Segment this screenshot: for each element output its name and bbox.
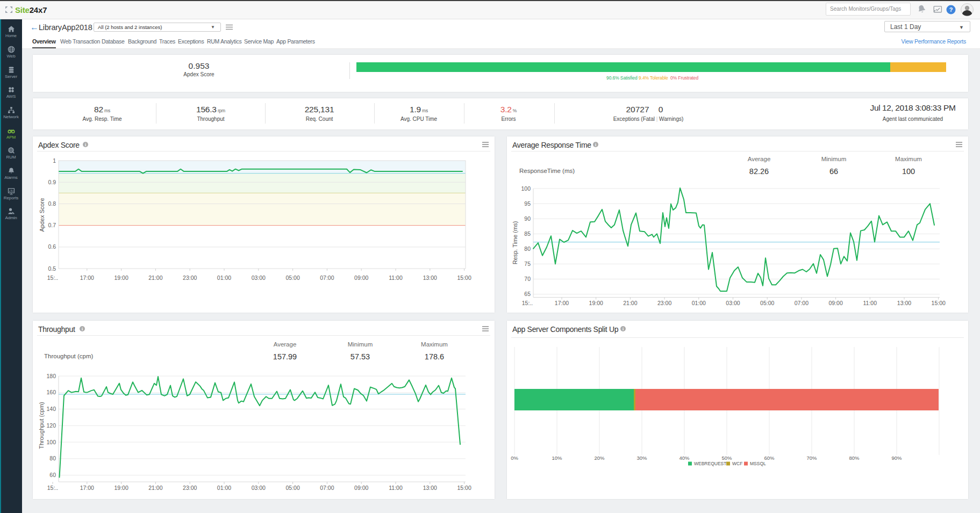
- svg-text:19:00: 19:00: [589, 300, 603, 306]
- svg-text:13:00: 13:00: [423, 485, 437, 491]
- svg-text:17:00: 17:00: [80, 274, 94, 281]
- svg-text:60: 60: [49, 472, 56, 478]
- svg-text:0%: 0%: [511, 455, 518, 461]
- svg-text:50%: 50%: [721, 455, 732, 461]
- svg-text:23:00: 23:00: [657, 300, 671, 306]
- svg-text:40%: 40%: [679, 455, 690, 461]
- svg-text:Resp. Time (ms): Resp. Time (ms): [512, 221, 518, 265]
- svg-text:03:00: 03:00: [252, 274, 266, 281]
- svg-text:0.9: 0.9: [48, 179, 56, 185]
- svg-text:15:00: 15:00: [457, 485, 471, 491]
- svg-text:70%: 70%: [806, 455, 817, 461]
- svg-text:09:00: 09:00: [828, 300, 842, 306]
- svg-text:160: 160: [46, 389, 56, 395]
- svg-text:21:00: 21:00: [148, 274, 162, 281]
- svg-text:WEBREQUEST: WEBREQUEST: [694, 461, 726, 466]
- svg-text:19:00: 19:00: [114, 274, 128, 281]
- svg-text:03:00: 03:00: [252, 485, 266, 491]
- svg-text:180: 180: [46, 373, 56, 379]
- svg-text:Apdex Score: Apdex Score: [39, 198, 45, 232]
- svg-text:05:00: 05:00: [760, 300, 774, 306]
- svg-text:0.8: 0.8: [48, 200, 56, 207]
- svg-text:10%: 10%: [552, 455, 562, 461]
- svg-text:13:00: 13:00: [423, 274, 437, 281]
- svg-text:1: 1: [53, 157, 56, 164]
- svg-text:20%: 20%: [594, 455, 605, 461]
- svg-text:07:00: 07:00: [320, 274, 334, 281]
- svg-text:11:00: 11:00: [389, 485, 403, 491]
- svg-text:120: 120: [46, 422, 56, 429]
- svg-text:85: 85: [524, 230, 531, 237]
- svg-text:15:..: 15:..: [47, 485, 58, 491]
- svg-text:15:00: 15:00: [932, 300, 946, 306]
- svg-text:90: 90: [524, 215, 531, 222]
- svg-text:0.6: 0.6: [48, 243, 56, 250]
- svg-text:23:00: 23:00: [183, 485, 197, 491]
- svg-text:01:00: 01:00: [692, 300, 706, 306]
- svg-text:15:..: 15:..: [522, 300, 533, 306]
- svg-text:01:00: 01:00: [217, 274, 231, 281]
- svg-text:75: 75: [524, 261, 531, 267]
- svg-text:0.5: 0.5: [48, 265, 56, 272]
- svg-text:19:00: 19:00: [114, 485, 128, 491]
- svg-text:23:00: 23:00: [183, 274, 197, 281]
- svg-text:21:00: 21:00: [148, 485, 162, 491]
- svg-text:Throughput (cpm): Throughput (cpm): [38, 402, 45, 449]
- svg-text:15:..: 15:..: [47, 274, 58, 281]
- svg-text:17:00: 17:00: [80, 485, 94, 491]
- svg-text:80: 80: [49, 455, 56, 461]
- svg-text:100: 100: [521, 185, 531, 192]
- svg-text:07:00: 07:00: [795, 300, 809, 306]
- svg-text:140: 140: [46, 406, 56, 412]
- svg-text:30%: 30%: [636, 455, 647, 461]
- svg-text:100: 100: [46, 439, 56, 445]
- svg-text:17:00: 17:00: [555, 300, 569, 306]
- svg-text:?: ?: [949, 6, 953, 13]
- svg-text:MSSQL: MSSQL: [750, 461, 766, 466]
- svg-text:90%: 90%: [891, 455, 902, 461]
- svg-text:15:00: 15:00: [457, 274, 471, 281]
- svg-text:0.7: 0.7: [48, 222, 56, 228]
- svg-text:80: 80: [524, 245, 531, 252]
- svg-text:03:00: 03:00: [726, 300, 740, 306]
- svg-text:80%: 80%: [849, 455, 860, 461]
- svg-text:60%: 60%: [764, 455, 775, 461]
- svg-text:09:00: 09:00: [354, 274, 368, 281]
- svg-text:07:00: 07:00: [320, 485, 334, 491]
- svg-text:05:00: 05:00: [285, 274, 299, 281]
- svg-text:21:00: 21:00: [623, 300, 637, 306]
- svg-text:11:00: 11:00: [389, 274, 403, 281]
- svg-text:05:00: 05:00: [285, 485, 299, 491]
- svg-text:13:00: 13:00: [897, 300, 911, 306]
- svg-text:65: 65: [524, 291, 531, 297]
- svg-text:95: 95: [524, 200, 531, 207]
- svg-text:70: 70: [524, 276, 531, 282]
- svg-text:09:00: 09:00: [354, 485, 368, 491]
- svg-text:11:00: 11:00: [863, 300, 877, 306]
- svg-text:WCF: WCF: [732, 461, 742, 466]
- svg-text:01:00: 01:00: [217, 485, 231, 491]
